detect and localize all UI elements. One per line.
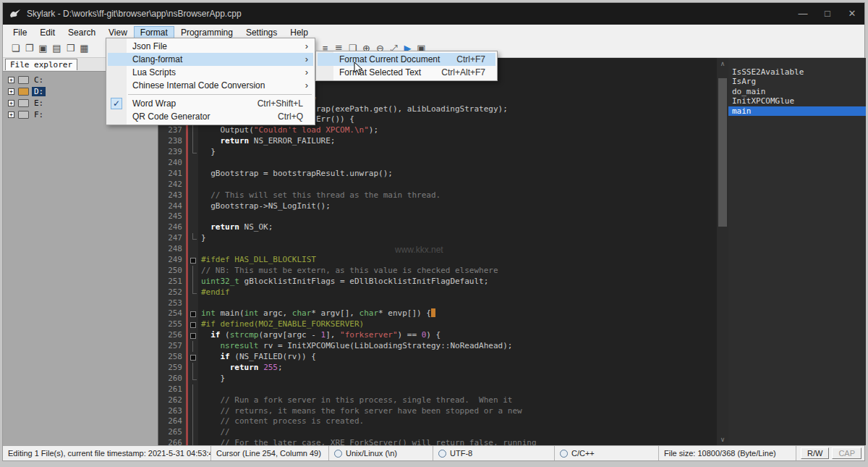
open-folder-icon[interactable]: ❐ xyxy=(22,41,36,56)
expand-icon[interactable]: + xyxy=(8,112,14,118)
expand-icon[interactable]: + xyxy=(8,88,14,95)
submenu-arrow-icon: › xyxy=(305,53,308,66)
editor-vertical-scrollbar[interactable]: ∧ ∨ xyxy=(717,58,728,445)
line-number: 261 xyxy=(158,384,186,395)
scrollbar-thumb[interactable] xyxy=(718,78,727,227)
code-line: 262 // Run a fork server in this process… xyxy=(158,395,717,406)
line-number: 260 xyxy=(158,374,186,384)
code-line: 244 gBootstrap->NS_LogInit(); xyxy=(158,201,717,212)
status-file-size: File size: 10800/368 (Byte/Line) xyxy=(659,446,796,460)
code-text: uint32_t gBlocklistInitFlags = eDllBlock… xyxy=(198,277,488,287)
close-button[interactable]: ✕ xyxy=(840,3,864,25)
code-line: 263 // returns, it means the fork server… xyxy=(158,406,717,417)
line-number: 237 xyxy=(158,125,186,136)
fold-guide xyxy=(188,233,198,244)
fold-guide xyxy=(188,190,198,201)
code-text: // For the later case, XRE_ForkServer() … xyxy=(198,438,537,445)
menu-edit[interactable]: Edit xyxy=(33,26,61,39)
symbol-item-main[interactable]: main xyxy=(728,106,866,116)
menu-shortcut: Ctrl+Q xyxy=(278,110,303,123)
code-text: return NS_OK; xyxy=(198,222,273,233)
save-all-icon[interactable]: ▤ xyxy=(50,41,64,56)
expand-icon[interactable]: + xyxy=(8,77,14,83)
menu-view[interactable]: View xyxy=(102,26,134,39)
print-icon[interactable]: ▦ xyxy=(77,41,91,56)
status-cursor: Cursor (Line 254, Column 49) xyxy=(211,446,329,460)
drive-label: D: xyxy=(32,87,46,96)
code-line: 257 nsresult rv = InitXPCOMGlue(LibLoadi… xyxy=(158,341,717,352)
scroll-up-icon[interactable]: ∧ xyxy=(717,59,728,69)
new-file-icon[interactable]: ❏ xyxy=(9,41,22,56)
symbol-item-do-main[interactable]: do_main xyxy=(728,87,866,96)
fold-toggle-icon[interactable] xyxy=(188,255,198,266)
status-eol: Unix/Linux (\n) xyxy=(329,446,433,460)
line-number: 262 xyxy=(158,395,186,406)
expand-icon[interactable]: + xyxy=(8,100,14,106)
menu-item-label: Chinese Internal Code Conversion xyxy=(132,80,265,91)
fold-toggle-icon[interactable] xyxy=(188,308,198,319)
fold-guide xyxy=(188,169,198,180)
fold-toggle-icon[interactable] xyxy=(188,319,198,330)
menu-item-format-current-document[interactable]: Format Current DocumentCtrl+F7 xyxy=(318,53,495,66)
menu-item-label: Lua Scripts xyxy=(132,67,176,77)
code-text xyxy=(198,180,201,190)
app-logo-icon xyxy=(9,8,21,20)
menu-item-word-wrap[interactable]: ✓Word WrapCtrl+Shift+L xyxy=(108,97,313,110)
status-editing: Editing 1 File(s), current file timestam… xyxy=(3,446,211,460)
menu-item-format-selected-text[interactable]: Format Selected TextCtrl+Alt+F7 xyxy=(318,66,495,79)
menu-shortcut: Ctrl+Shift+L xyxy=(258,97,303,110)
minimize-button[interactable]: — xyxy=(791,3,815,25)
save-icon[interactable]: ▣ xyxy=(36,41,50,56)
menu-format[interactable]: Format xyxy=(134,26,174,39)
drive-icon xyxy=(18,88,29,96)
code-line: 242 xyxy=(158,180,717,190)
line-number: 254 xyxy=(158,308,186,319)
caps-indicator[interactable]: CAP xyxy=(832,447,861,459)
fold-toggle-icon[interactable] xyxy=(188,352,198,363)
toolbar-left-group: ❏❐▣▤❒▦ xyxy=(9,41,91,56)
symbol-item-isarg[interactable]: IsArg xyxy=(728,77,866,86)
menu-search[interactable]: Search xyxy=(61,26,102,39)
fold-guide xyxy=(188,287,198,298)
code-text: nsresult rv = InitXPCOMGlue(LibLoadingSt… xyxy=(198,341,512,352)
menu-item-qr-code-generator[interactable]: QR Code GeneratorCtrl+Q xyxy=(108,110,313,123)
clang-format-submenu: Format Current DocumentCtrl+F7Format Sel… xyxy=(315,51,498,81)
watermark: www.kkx.net xyxy=(395,245,443,255)
symbol-item-initxpcomglue[interactable]: InitXPCOMGlue xyxy=(728,96,866,106)
menu-settings[interactable]: Settings xyxy=(239,26,284,39)
menu-file[interactable]: File xyxy=(7,26,33,39)
submenu-arrow-icon: › xyxy=(305,40,308,53)
line-number: 259 xyxy=(158,363,186,374)
menu-item-json-file[interactable]: Json File› xyxy=(108,40,313,53)
fold-guide xyxy=(188,211,198,222)
menu-help[interactable]: Help xyxy=(284,26,315,39)
code-line: 249#ifdef HAS_DLL_BLOCKLIST xyxy=(158,255,717,266)
fold-toggle-icon[interactable] xyxy=(188,330,198,341)
symbol-item-issse2available[interactable]: IsSSE2Available xyxy=(728,67,866,77)
code-text: // xyxy=(198,427,230,438)
tab-file-explorer[interactable]: File explorer xyxy=(5,59,77,70)
text-cursor xyxy=(431,308,435,317)
menu-programming[interactable]: Programming xyxy=(174,26,239,39)
code-line: 239 } xyxy=(158,147,717,158)
copy-icon[interactable]: ❒ xyxy=(64,41,77,56)
code-line: 243 // This will set this thread as the … xyxy=(158,190,717,201)
line-number: 255 xyxy=(158,319,186,330)
maximize-button[interactable]: □ xyxy=(815,3,840,25)
fold-guide xyxy=(188,180,198,190)
menu-item-lua-scripts[interactable]: Lua Scripts› xyxy=(108,66,313,79)
code-text: #if defined(MOZ_ENABLE_FORKSERVER) xyxy=(198,319,364,330)
line-number: 244 xyxy=(158,201,186,212)
drive-label: C: xyxy=(32,75,46,85)
readwrite-toggle[interactable]: R/W xyxy=(801,447,829,459)
status-encoding: UTF-8 xyxy=(433,446,555,460)
code-text: if (strcmp(argv[argc - 1], "forkserver")… xyxy=(198,330,441,341)
code-text: return NS_ERROR_FAILURE; xyxy=(198,136,335,147)
line-number: 263 xyxy=(158,406,186,417)
fold-guide xyxy=(188,363,198,374)
drive-icon xyxy=(18,111,29,119)
scroll-down-icon[interactable]: ∨ xyxy=(717,434,728,445)
code-line: 265 // xyxy=(158,427,717,438)
menu-item-clang-format[interactable]: Clang-format› xyxy=(108,53,313,66)
menu-item-chinese-internal-code-conversion[interactable]: Chinese Internal Code Conversion› xyxy=(108,79,313,92)
